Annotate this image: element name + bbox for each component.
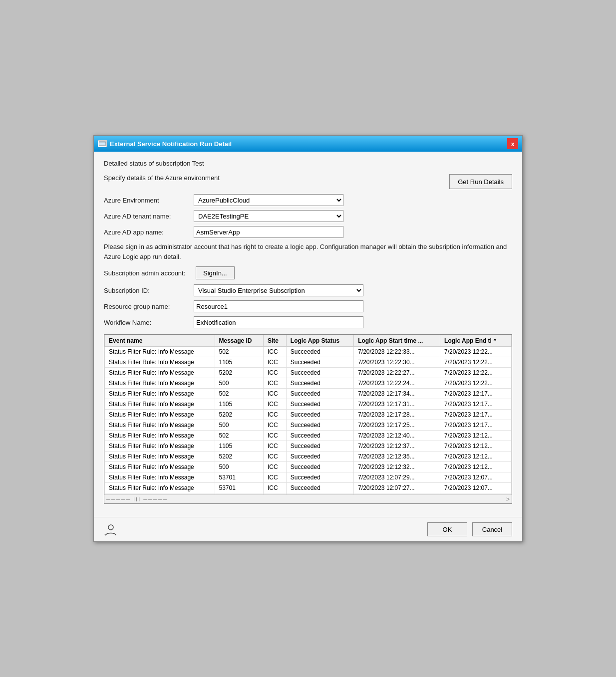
table-row: Status Filter Rule: Info Message5202ICCS… xyxy=(105,368,512,378)
table-cell: 502 xyxy=(215,347,264,357)
col-event-name: Event name xyxy=(105,335,215,347)
table-cell: Succeeded xyxy=(286,462,353,472)
table-cell: 7/20/2023 12:12... xyxy=(440,462,512,472)
table-cell: ICC xyxy=(264,451,287,462)
table-cell: ICC xyxy=(264,389,287,399)
table-cell: Status Filter Rule: Info Message xyxy=(105,431,215,441)
table-cell: Status Filter Rule: Info Message xyxy=(105,410,215,420)
azure-ad-app-label: Azure AD app name: xyxy=(104,228,194,236)
table-cell: 7/20/2023 12:17:28... xyxy=(354,410,440,420)
subscription-id-control: Visual Studio Enterprise Subscription xyxy=(194,284,363,296)
resource-group-input[interactable] xyxy=(194,300,363,312)
workflow-name-row: Workflow Name: xyxy=(104,316,512,328)
table-cell: 5202 xyxy=(215,410,264,420)
table-cell: Status Filter Rule: Info Message xyxy=(105,368,215,378)
close-button[interactable]: x xyxy=(507,138,518,149)
azure-ad-app-row: Azure AD app name: xyxy=(104,226,512,238)
azure-ad-tenant-row: Azure AD tenant name: DAE2ETestingPE xyxy=(104,210,512,222)
cancel-button[interactable]: Cancel xyxy=(472,522,512,536)
table-cell: 7/20/2023 12:17... xyxy=(440,420,512,431)
workflow-name-input[interactable] xyxy=(194,316,363,328)
table-cell: 7/20/2023 12:07... xyxy=(440,472,512,483)
table-cell: 7/20/2023 12:17... xyxy=(440,410,512,420)
table-cell: Succeeded xyxy=(286,368,353,378)
table-cell: 7/20/2023 12:17... xyxy=(440,389,512,399)
table-row: Status Filter Rule: Info Message502ICCSu… xyxy=(105,431,512,441)
title-bar-left: External Service Notification Run Detail xyxy=(98,140,232,148)
ok-button[interactable]: OK xyxy=(427,522,467,536)
results-table-wrapper: Event name Message ID Site Logic App Sta… xyxy=(104,334,512,504)
table-cell: 7/20/2023 12:07:27... xyxy=(354,483,440,493)
table-cell: 500 xyxy=(215,378,264,389)
azure-environment-select[interactable]: AzurePublicCloud xyxy=(194,194,343,206)
table-cell: 502 xyxy=(215,389,264,399)
table-cell: Succeeded xyxy=(286,483,353,493)
table-cell: ICC xyxy=(264,483,287,493)
table-cell: ICC xyxy=(264,347,287,357)
subscription-id-select[interactable]: Visual Studio Enterprise Subscription xyxy=(194,284,363,296)
subscription-id-row: Subscription ID: Visual Studio Enterpris… xyxy=(104,284,512,296)
table-cell: Succeeded xyxy=(286,357,353,368)
get-run-details-button[interactable]: Get Run Details xyxy=(449,174,512,189)
table-cell: 7/20/2023 12:07:29... xyxy=(354,472,440,483)
table-cell: 7/20/2023 12:12... xyxy=(440,431,512,441)
table-cell: 1105 xyxy=(215,441,264,451)
col-logic-app-status: Logic App Status xyxy=(286,335,353,347)
table-cell: 500 xyxy=(215,420,264,431)
azure-ad-tenant-control: DAE2ETestingPE xyxy=(194,210,343,222)
table-cell: Status Filter Rule: Info Message xyxy=(105,462,215,472)
table-cell: 7/20/2023 12:17:31... xyxy=(354,399,440,410)
table-cell: 53701 xyxy=(215,483,264,493)
table-cell: 7/20/2023 12:12:32... xyxy=(354,462,440,472)
main-content: Detailed status of subscription Test Spe… xyxy=(94,152,522,517)
description-text: Please sign in as administrator account … xyxy=(104,242,512,261)
table-cell: 7/20/2023 12:22:30... xyxy=(354,357,440,368)
table-cell: Succeeded xyxy=(286,410,353,420)
azure-section-label: Specify details of the Azure environment xyxy=(104,174,220,182)
table-cell: ICC xyxy=(264,431,287,441)
table-cell: 1105 xyxy=(215,399,264,410)
table-row: Status Filter Rule: Info Message502ICCSu… xyxy=(105,389,512,399)
table-cell: 7/20/2023 12:17:34... xyxy=(354,389,440,399)
table-row: Status Filter Rule: Info Message1105ICCS… xyxy=(105,399,512,410)
table-cell: 7/20/2023 12:17:25... xyxy=(354,420,440,431)
col-message-id: Message ID xyxy=(215,335,264,347)
detail-status-text: Detailed status of subscription Test xyxy=(104,160,512,167)
table-cell: 53701 xyxy=(215,472,264,483)
workflow-name-label: Workflow Name: xyxy=(104,319,194,326)
table-cell: Succeeded xyxy=(286,399,353,410)
table-cell: 5202 xyxy=(215,368,264,378)
table-scroll-area[interactable]: Event name Message ID Site Logic App Sta… xyxy=(104,335,512,494)
table-cell: ICC xyxy=(264,462,287,472)
table-row: Status Filter Rule: Info Message1105ICCS… xyxy=(105,441,512,451)
table-cell: Succeeded xyxy=(286,431,353,441)
table-cell: Status Filter Rule: Info Message xyxy=(105,472,215,483)
table-cell: ICC xyxy=(264,378,287,389)
table-cell: 7/20/2023 12:22:27... xyxy=(354,368,440,378)
table-cell: Status Filter Rule: Info Message xyxy=(105,451,215,462)
azure-ad-app-input[interactable] xyxy=(194,226,343,238)
azure-ad-tenant-select[interactable]: DAE2ETestingPE xyxy=(194,210,343,222)
col-end-time: Logic App End ti ^ xyxy=(440,335,512,347)
table-cell: Status Filter Rule: Info Message xyxy=(105,483,215,493)
table-row: Status Filter Rule: Info Message502ICCSu… xyxy=(105,347,512,357)
table-cell: ICC xyxy=(264,410,287,420)
horizontal-scrollbar[interactable]: ───── III ───── > xyxy=(104,494,512,503)
user-icon xyxy=(104,522,118,536)
table-cell: 7/20/2023 12:12:37... xyxy=(354,441,440,451)
table-row: Status Filter Rule: Info Message5202ICCS… xyxy=(105,451,512,462)
table-cell: Succeeded xyxy=(286,420,353,431)
subscription-id-label: Subscription ID: xyxy=(104,287,194,294)
table-row: Status Filter Rule: Info Message53701ICC… xyxy=(105,472,512,483)
table-cell: Status Filter Rule: Info Message xyxy=(105,399,215,410)
table-row: Status Filter Rule: Info Message500ICCSu… xyxy=(105,378,512,389)
sign-in-button[interactable]: SignIn... xyxy=(196,266,235,279)
table-cell: 7/20/2023 12:22:24... xyxy=(354,378,440,389)
table-cell: 7/20/2023 12:12:40... xyxy=(354,431,440,441)
table-cell: 7/20/2023 12:17... xyxy=(440,399,512,410)
table-cell: 7/20/2023 12:12... xyxy=(440,451,512,462)
resource-group-row: Resource group name: xyxy=(104,300,512,312)
table-cell: 7/20/2023 12:22:33... xyxy=(354,347,440,357)
subscription-admin-label: Subscription admin account: xyxy=(104,269,194,277)
azure-header-row: Specify details of the Azure environment… xyxy=(104,174,512,189)
